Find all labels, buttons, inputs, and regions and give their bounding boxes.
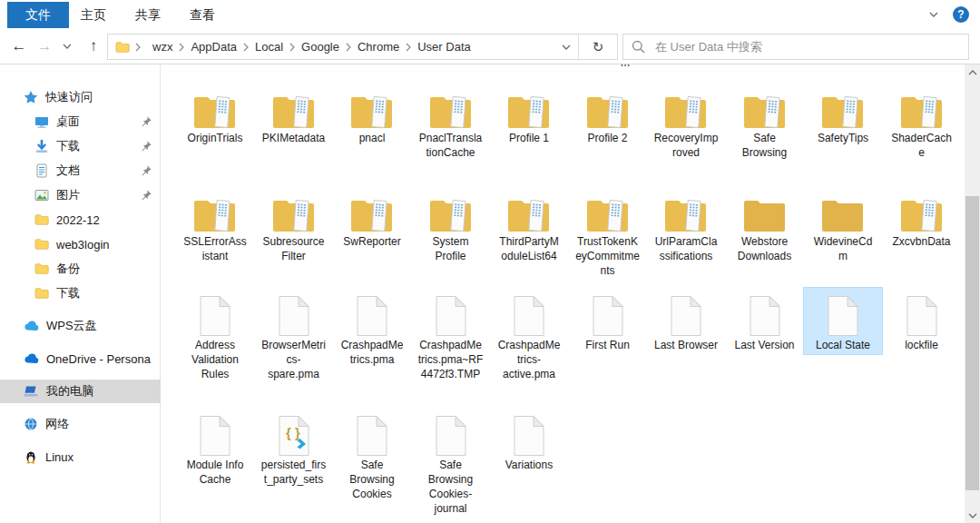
item-label: Safe Browsing Cookies bbox=[339, 458, 405, 501]
breadcrumb-item[interactable]: wzx bbox=[146, 40, 179, 54]
folder-item[interactable]: pnacl bbox=[333, 81, 411, 147]
file-item[interactable]: Local State bbox=[804, 288, 882, 354]
file-item[interactable]: Module Info Cache bbox=[176, 408, 254, 488]
address-dropdown-chevron-icon[interactable] bbox=[554, 44, 578, 50]
sidebar-item-label: 快速访问 bbox=[45, 89, 93, 105]
folder-item[interactable]: PKIMetadata bbox=[255, 81, 333, 147]
menu-tab-view[interactable]: 查看 bbox=[178, 2, 227, 28]
this-pc-icon bbox=[24, 384, 39, 399]
scrollbar-up-arrow-icon[interactable] bbox=[965, 64, 980, 80]
folder-item[interactable]: WidevineCdm bbox=[804, 184, 882, 265]
folder-item[interactable]: ThirdPartyModuleList64 bbox=[490, 184, 568, 265]
folder-item[interactable]: ShaderCache bbox=[883, 81, 961, 162]
sidebar-item[interactable]: web3login bbox=[0, 232, 161, 256]
file-item[interactable]: CrashpadMetrics.pma bbox=[333, 288, 411, 369]
svg-text:{ }: { } bbox=[286, 425, 300, 440]
pin-icon bbox=[140, 140, 152, 153]
sidebar-item[interactable]: 我的电脑 bbox=[0, 380, 161, 403]
folder-item[interactable]: SSLErrorAssistant bbox=[176, 184, 254, 265]
breadcrumb-item[interactable]: User Data bbox=[411, 40, 477, 54]
folder-item[interactable]: UrlParamClassifications bbox=[647, 184, 725, 265]
sidebar-item[interactable]: 2022-12 bbox=[0, 208, 161, 232]
breadcrumb-item[interactable]: AppData bbox=[184, 40, 243, 54]
folder-docs-icon bbox=[429, 92, 473, 130]
file-icon bbox=[199, 295, 231, 337]
menu-tab-file[interactable]: 文件 bbox=[7, 2, 69, 28]
file-item[interactable]: CrashpadMetrics-active.pma bbox=[490, 288, 568, 383]
file-item[interactable]: Last Browser bbox=[647, 288, 725, 354]
item-label: Last Version bbox=[732, 338, 798, 352]
item-label: ShaderCache bbox=[889, 131, 955, 160]
file-icon bbox=[513, 415, 545, 457]
vertical-scrollbar[interactable] bbox=[965, 64, 980, 523]
file-item[interactable]: { } persisted_first_party_sets bbox=[255, 408, 333, 488]
ribbon-collapse-chevron-icon[interactable] bbox=[929, 12, 938, 17]
wps-cloud-icon bbox=[24, 319, 39, 333]
breadcrumb-item[interactable]: Local bbox=[249, 40, 289, 54]
folder-item[interactable]: TrustTokenKeyCommitments bbox=[569, 184, 647, 280]
file-item[interactable]: Safe Browsing Cookies-journal bbox=[412, 408, 490, 518]
file-grid: m OriginTrials PKIMetadata pnacl PnaclTr… bbox=[162, 64, 965, 523]
folder-small-icon bbox=[34, 212, 49, 227]
item-label: SSLErrorAssistant bbox=[182, 234, 248, 263]
folder-item[interactable]: ZxcvbnData bbox=[883, 184, 961, 251]
file-icon bbox=[592, 295, 624, 337]
folder-item[interactable]: SafetyTips bbox=[804, 81, 882, 147]
folder-item[interactable]: SwReporter bbox=[333, 184, 411, 251]
file-item[interactable]: BrowserMetrics-spare.pma bbox=[255, 288, 333, 383]
back-button[interactable]: ← bbox=[7, 34, 31, 59]
folder-small-icon bbox=[34, 286, 49, 301]
item-label: ZxcvbnData bbox=[889, 234, 955, 249]
recent-locations-chevron-icon[interactable] bbox=[58, 34, 76, 59]
item-label: Webstore Downloads bbox=[732, 234, 798, 263]
address-bar[interactable]: wzx AppData Local Google Chrome User Dat… bbox=[107, 34, 618, 60]
folder-item[interactable]: PnaclTranslationCache bbox=[412, 81, 490, 162]
refresh-button[interactable]: ↻ bbox=[579, 39, 617, 55]
folder-docs-icon bbox=[429, 195, 473, 233]
folder-docs-icon bbox=[507, 195, 551, 233]
item-label: First Run bbox=[575, 338, 641, 352]
sidebar-item[interactable]: 下载 bbox=[0, 134, 161, 158]
item-label: persisted_first_party_sets bbox=[261, 458, 327, 487]
up-button[interactable]: ↑ bbox=[82, 34, 105, 59]
sidebar-item[interactable]: 文档 bbox=[0, 159, 161, 183]
folder-item[interactable]: System Profile bbox=[412, 184, 490, 265]
folder-item[interactable]: OriginTrials bbox=[176, 81, 254, 147]
file-item[interactable]: CrashpadMetrics.pma~RF4472f3.TMP bbox=[412, 288, 490, 383]
help-button[interactable]: ? bbox=[953, 6, 969, 23]
pictures-icon bbox=[34, 188, 49, 202]
breadcrumb-item[interactable]: Google bbox=[295, 40, 346, 54]
forward-button[interactable]: → bbox=[33, 34, 56, 59]
file-item[interactable]: Address Validation Rules bbox=[176, 288, 254, 383]
sidebar-item-label: 桌面 bbox=[56, 113, 80, 130]
file-item[interactable]: Variations bbox=[490, 408, 568, 474]
file-item[interactable]: Last Version bbox=[726, 288, 804, 354]
folder-item[interactable]: Webstore Downloads bbox=[726, 184, 804, 265]
folder-item[interactable]: Profile 1 bbox=[490, 81, 568, 147]
sidebar-item[interactable]: 下载 bbox=[0, 281, 161, 305]
folder-item[interactable]: Subresource Filter bbox=[255, 184, 333, 265]
file-item[interactable]: lockfile bbox=[883, 288, 961, 354]
sidebar-item[interactable]: 备份 bbox=[0, 257, 161, 281]
file-icon bbox=[827, 295, 859, 337]
sidebar-item[interactable]: 快速访问 bbox=[0, 85, 161, 109]
folder-item[interactable]: Profile 2 bbox=[569, 81, 647, 147]
menu-tab-share[interactable]: 共享 bbox=[123, 2, 172, 28]
sidebar-item[interactable]: WPS云盘 bbox=[0, 314, 161, 338]
sidebar-item-label: 图片 bbox=[56, 187, 80, 203]
folder-item[interactable]: RecoveryImproved bbox=[647, 81, 725, 162]
sidebar-item[interactable]: 网络 bbox=[0, 412, 161, 436]
file-item[interactable]: First Run bbox=[569, 288, 647, 354]
sidebar-item[interactable]: 图片 bbox=[0, 183, 161, 207]
scrollbar-down-arrow-icon[interactable] bbox=[965, 508, 980, 523]
folder-item[interactable]: Safe Browsing bbox=[726, 81, 804, 162]
file-item[interactable]: Safe Browsing Cookies bbox=[333, 408, 411, 503]
scrollbar-thumb[interactable] bbox=[965, 196, 979, 490]
search-input[interactable] bbox=[653, 39, 960, 54]
sidebar-item[interactable]: 桌面 bbox=[0, 110, 161, 133]
menu-tab-home[interactable]: 主页 bbox=[69, 2, 118, 28]
search-box[interactable] bbox=[622, 34, 969, 60]
sidebar-item[interactable]: Linux bbox=[0, 445, 161, 469]
breadcrumb-item[interactable]: Chrome bbox=[351, 40, 406, 54]
sidebar-item[interactable]: OneDrive - Persona bbox=[0, 347, 161, 370]
